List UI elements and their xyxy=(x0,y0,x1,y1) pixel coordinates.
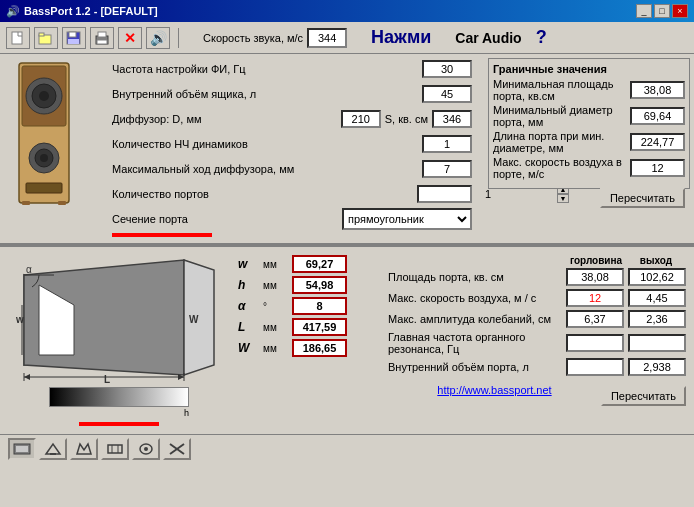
param-input-stroke[interactable] xyxy=(422,160,472,178)
svg-rect-4 xyxy=(69,32,76,37)
speaker-button[interactable]: 🔊 xyxy=(146,27,170,49)
svg-rect-5 xyxy=(68,39,79,44)
maximize-button[interactable]: □ xyxy=(654,4,670,18)
bottom-btn-2[interactable] xyxy=(39,438,67,460)
whal-inputs-area: w мм h мм α ° L мм W мм xyxy=(234,251,384,430)
result-row-speed: Макс. скорость воздуха, м / с xyxy=(388,289,686,307)
close-button[interactable]: × xyxy=(672,4,688,18)
whal-input-l[interactable] xyxy=(292,318,347,336)
boundary-values-area: Граничные значения Минимальная площадь п… xyxy=(480,58,690,239)
param-input-s[interactable] xyxy=(432,110,472,128)
whal-input-W[interactable] xyxy=(292,339,347,357)
svg-rect-18 xyxy=(22,201,30,205)
upper-section: Частота настройки ФИ, Гц Внутренний объё… xyxy=(0,54,694,245)
port-section-select[interactable]: прямоугольник круг xyxy=(342,208,472,230)
toolbar: ✕ 🔊 Скорость звука, м/с Нажми Car Audio … xyxy=(0,22,694,54)
param-row-vol: Внутренний объём ящика, л xyxy=(112,83,472,105)
param-input-freq[interactable] xyxy=(422,60,472,78)
boundary-input-2[interactable] xyxy=(630,107,685,125)
param-label-freq: Частота настройки ФИ, Гц xyxy=(112,63,422,75)
result-row-freq: Главная частота органного резонанса, Гц xyxy=(388,331,686,355)
bottom-btn-3[interactable] xyxy=(70,438,98,460)
svg-rect-7 xyxy=(98,32,106,37)
boundary-row-4: Макс. скорость воздуха в порте, м/с xyxy=(493,156,685,180)
boundary-recalc-button[interactable]: Пересчитать xyxy=(600,188,685,208)
param-input-vol[interactable] xyxy=(422,85,472,103)
result-input-organ-2[interactable] xyxy=(628,334,686,352)
h-gradient-bar xyxy=(49,387,189,407)
result-input-area-2[interactable] xyxy=(628,268,686,286)
h-label: h xyxy=(49,408,189,418)
svg-marker-33 xyxy=(24,374,30,380)
whal-input-w[interactable] xyxy=(292,255,347,273)
ports-spinner[interactable]: ▲ ▼ xyxy=(417,185,472,203)
svg-rect-8 xyxy=(97,40,107,44)
svg-rect-36 xyxy=(16,446,28,452)
lower-recalc-button[interactable]: Пересчитать xyxy=(601,386,686,406)
print-button[interactable] xyxy=(90,27,114,49)
result-row-amp: Макс. амплитуда колебаний, см xyxy=(388,310,686,328)
save-icon xyxy=(66,31,82,45)
bottom-btn-1[interactable] xyxy=(8,438,36,460)
whal-symbol-w: w xyxy=(238,257,263,271)
svg-point-16 xyxy=(40,154,48,162)
save-button[interactable] xyxy=(62,27,86,49)
car-audio-button[interactable]: Car Audio xyxy=(455,30,521,46)
whal-symbol-alpha: α xyxy=(238,299,263,313)
svg-rect-19 xyxy=(58,201,66,205)
whal-input-h[interactable] xyxy=(292,276,347,294)
result-label-speed: Макс. скорость воздуха, м / с xyxy=(388,292,562,304)
toolbar-separator xyxy=(178,28,179,48)
speaker-svg xyxy=(4,58,84,213)
nazmi-button[interactable]: Нажми xyxy=(371,27,431,48)
param-s-label: S, кв. см xyxy=(385,113,428,125)
param-label-count: Количество НЧ динамиков xyxy=(112,138,422,150)
delete-button[interactable]: ✕ xyxy=(118,27,142,49)
result-input-speed-1[interactable] xyxy=(566,289,624,307)
param-row-freq: Частота настройки ФИ, Гц xyxy=(112,58,472,80)
minimize-button[interactable]: _ xyxy=(636,4,652,18)
bottom-toolbar xyxy=(0,434,694,462)
param-input-count[interactable] xyxy=(422,135,472,153)
help-button[interactable]: ? xyxy=(536,27,547,48)
svg-rect-0 xyxy=(12,32,22,44)
speed-input[interactable] xyxy=(307,28,347,48)
website-link[interactable]: http://www.bassport.net xyxy=(437,384,551,396)
svg-text:α: α xyxy=(26,264,32,275)
whal-input-alpha[interactable] xyxy=(292,297,347,315)
whal-symbol-l: L xyxy=(238,320,263,334)
open-button[interactable] xyxy=(34,27,58,49)
param-label-section: Сечение порта xyxy=(112,213,342,225)
lower-section: α w W L h w мм h xyxy=(0,245,694,434)
bottom-btn-5[interactable] xyxy=(132,438,160,460)
bottom-btn-4[interactable] xyxy=(101,438,129,460)
result-input-organ-1[interactable] xyxy=(566,334,624,352)
window-controls[interactable]: _ □ × xyxy=(636,4,688,18)
param-row-stroke: Максимальный ход диффузора, мм xyxy=(112,158,472,180)
speaker-image-area xyxy=(4,58,104,239)
boundary-label-2: Минимальный диаметр порта, мм xyxy=(493,104,630,128)
boundary-row-3: Длина порта при мин. диаметре, мм xyxy=(493,130,685,154)
result-label-amp: Макс. амплитуда колебаний, см xyxy=(388,313,562,325)
result-input-amp-1[interactable] xyxy=(566,310,624,328)
print-icon xyxy=(94,31,110,45)
boundary-row-1: Минимальная площадь порта, кв.см xyxy=(493,78,685,102)
result-input-portvol-2[interactable] xyxy=(628,358,686,376)
result-row-portvol: Внутренний объём порта, л xyxy=(388,358,686,376)
whal-row-l: L мм xyxy=(238,318,380,336)
result-input-portvol-1[interactable] xyxy=(566,358,624,376)
boundary-input-3[interactable] xyxy=(630,133,685,151)
new-button[interactable] xyxy=(6,27,30,49)
bottom-btn-6[interactable] xyxy=(163,438,191,460)
result-input-speed-2[interactable] xyxy=(628,289,686,307)
result-input-area-1[interactable] xyxy=(566,268,624,286)
boundary-input-1[interactable] xyxy=(630,81,685,99)
param-label-diam: Диффузор: D, мм xyxy=(112,113,341,125)
whal-unit-alpha: ° xyxy=(263,301,288,312)
boundary-input-4[interactable] xyxy=(630,159,685,177)
result-input-amp-2[interactable] xyxy=(628,310,686,328)
param-label-vol: Внутренний объём ящика, л xyxy=(112,88,422,100)
param-input-diam[interactable] xyxy=(341,110,381,128)
svg-point-13 xyxy=(39,91,49,101)
bottom-buttons-group xyxy=(8,438,191,460)
